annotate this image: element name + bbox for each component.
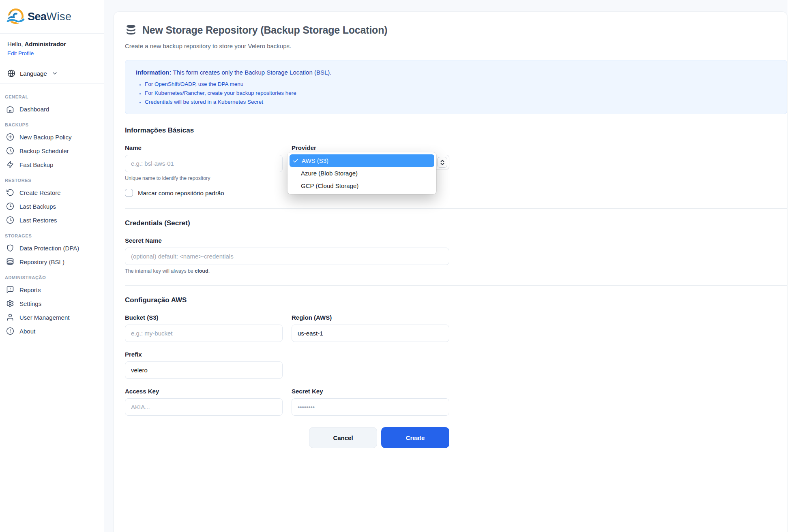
section-title-credentials: Credentials (Secret) <box>125 219 787 227</box>
check-icon <box>292 158 299 164</box>
info-title-rest: This form creates only the Backup Storag… <box>172 69 332 76</box>
sidebar-item-repository-bsl[interactable]: Repostory (BSL) <box>0 255 104 269</box>
sidebar-item-label: Dashboard <box>19 106 49 113</box>
provider-option-aws[interactable]: AWS (S3) <box>290 154 434 167</box>
sidebar-nav: GENERAL Dashboard BACKUPS New Backup Pol… <box>0 84 104 338</box>
secret-help-bold: cloud <box>195 268 208 274</box>
alert-circle-icon <box>6 327 14 335</box>
nav-header-storages: STORAGES <box>0 227 104 241</box>
plus-circle-icon <box>6 133 14 141</box>
sidebar-item-fast-backup[interactable]: Fast Backup <box>0 158 104 171</box>
sidebar-item-data-protection[interactable]: Data Protection (DPA) <box>0 241 104 255</box>
section-title-basic-info: Informações Básicas <box>125 126 787 135</box>
default-repo-checkbox[interactable] <box>125 189 133 197</box>
nav-header-administracao: ADMINISTRAÇÃO <box>0 269 104 283</box>
sidebar-item-label: Repostory (BSL) <box>19 259 64 265</box>
language-label: Language <box>20 70 47 77</box>
user-icon <box>6 313 14 321</box>
sidebar-item-label: Settings <box>19 300 41 307</box>
info-title-bold: Information: <box>136 69 172 76</box>
sidebar-item-about[interactable]: About <box>0 324 104 338</box>
secret-name-field-group: Secret Name The internal key will always… <box>125 237 449 274</box>
section-title-aws-config: Configuração AWS <box>125 296 787 304</box>
message-alert-icon <box>6 286 14 294</box>
nav-header-restores: RESTORES <box>0 171 104 186</box>
default-repo-checkbox-row[interactable]: Marcar como repositório padrão <box>125 189 283 197</box>
database-icon <box>125 24 137 36</box>
prefix-input[interactable] <box>125 361 283 379</box>
sidebar-item-label: Backup Scheduler <box>19 147 69 154</box>
select-stepper <box>437 157 447 168</box>
cancel-button[interactable]: Cancel <box>309 427 377 448</box>
create-button[interactable]: Create <box>381 427 449 448</box>
greeting-prefix: Hello, <box>7 41 25 47</box>
lightning-icon <box>6 160 14 169</box>
secret-help-suffix: . <box>208 268 210 274</box>
provider-option-gcp[interactable]: GCP (Cloud Storage) <box>290 179 434 192</box>
info-bullet: Credentials will be stored in a Kubernet… <box>145 99 776 105</box>
region-label: Region (AWS) <box>292 314 449 321</box>
secret-name-label: Secret Name <box>125 237 449 244</box>
info-bullet: For Kubernetes/Rancher, create your back… <box>145 90 776 96</box>
info-bullet-list: For OpenShift/OADP, use the DPA menu For… <box>136 81 776 105</box>
basic-info-grid: Name Unique name to identify the reposit… <box>125 144 449 197</box>
spacer-cell <box>292 351 449 379</box>
secret-name-input[interactable] <box>125 248 449 265</box>
sidebar-item-label: Last Restores <box>19 217 57 224</box>
page-title: New Storage Repository (Backup Storage L… <box>142 24 387 36</box>
region-input[interactable] <box>292 325 449 342</box>
page-subtitle: Create a new backup repository to store … <box>125 43 787 49</box>
brand-wordmark: SeaWise <box>28 11 72 23</box>
globe-icon <box>7 69 15 77</box>
sidebar-item-last-restores[interactable]: Last Restores <box>0 213 104 227</box>
provider-option-label: GCP (Cloud Storage) <box>301 182 358 189</box>
sidebar-item-label: About <box>19 328 35 335</box>
bucket-input[interactable] <box>125 325 283 342</box>
secret-key-input[interactable] <box>292 398 449 416</box>
bucket-field-group: Bucket (S3) <box>125 314 283 342</box>
content-canvas: New Storage Repository (Backup Storage L… <box>104 0 787 532</box>
language-selector[interactable]: Language <box>0 63 104 84</box>
secret-name-help-text: The internal key will always be cloud. <box>125 268 449 274</box>
greeting: Hello, Administrador <box>7 41 97 47</box>
provider-option-label: Azure (Blob Storage) <box>301 170 358 177</box>
sidebar-item-backup-scheduler[interactable]: Backup Scheduler <box>0 144 104 158</box>
access-key-input[interactable] <box>125 398 283 416</box>
sidebar-item-label: Fast Backup <box>19 161 53 168</box>
seawise-logo-icon <box>6 7 25 26</box>
aws-config-grid: Bucket (S3) Region (AWS) Prefix Access K… <box>125 314 449 448</box>
provider-option-azure[interactable]: Azure (Blob Storage) <box>290 167 434 179</box>
prefix-field-group: Prefix <box>125 351 283 379</box>
secret-key-field-group: Secret Key <box>292 388 449 416</box>
credentials-grid: Secret Name The internal key will always… <box>125 237 449 274</box>
sidebar-item-last-backups[interactable]: Last Backups <box>0 199 104 213</box>
section-divider <box>125 285 787 286</box>
sidebar-item-user-management[interactable]: User Management <box>0 310 104 324</box>
database-icon <box>6 258 14 266</box>
nav-header-general: GENERAL <box>0 88 104 102</box>
sidebar-item-reports[interactable]: Reports <box>0 283 104 297</box>
provider-dropdown-menu: AWS (S3) Azure (Blob Storage) GCP (Cloud… <box>287 152 436 194</box>
sidebar-item-label: Reports <box>19 286 41 293</box>
prefix-label: Prefix <box>125 351 283 358</box>
provider-field-group: Provider <box>292 144 449 197</box>
logo: SeaWise <box>0 0 104 34</box>
chevrons-up-down-icon <box>440 159 445 166</box>
secret-key-label: Secret Key <box>292 388 449 395</box>
sidebar-item-dashboard[interactable]: Dashboard <box>0 102 104 116</box>
sidebar-item-settings[interactable]: Settings <box>0 297 104 310</box>
name-input[interactable] <box>125 155 283 172</box>
sidebar-item-label: Create Restore <box>19 189 61 196</box>
sidebar-item-create-restore[interactable]: Create Restore <box>0 186 104 199</box>
provider-label: Provider <box>292 144 449 151</box>
main-area: New Storage Repository (Backup Storage L… <box>104 0 811 532</box>
sidebar-item-label: User Management <box>19 314 69 321</box>
sidebar-item-new-backup-policy[interactable]: New Backup Policy <box>0 130 104 144</box>
provider-select-wrap: AWS (S3) Azure (Blob Storage) GCP (Cloud… <box>292 155 449 169</box>
form-actions: Cancel Create <box>125 427 449 448</box>
access-key-field-group: Access Key <box>125 388 283 416</box>
brand-sea: Sea <box>28 11 47 23</box>
name-field-group: Name Unique name to identify the reposit… <box>125 144 283 197</box>
edit-profile-link[interactable]: Edit Profile <box>7 50 34 56</box>
provider-option-label: AWS (S3) <box>302 157 328 164</box>
